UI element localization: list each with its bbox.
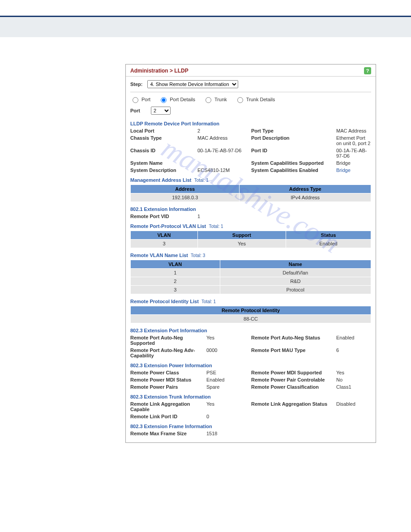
mgmt-addr-table: AddressAddress Type192.168.0.3IPv4 Addre… bbox=[130, 184, 371, 202]
kv-label: Remote Port Auto-Neg Supported bbox=[130, 335, 206, 346]
section-8023-power: 802.3 Extension Power Information bbox=[126, 360, 376, 370]
radio-port[interactable]: Port bbox=[130, 96, 150, 103]
kv-value: No bbox=[336, 377, 371, 382]
kv-label bbox=[251, 414, 336, 419]
kv-label: Remote Link Port ID bbox=[130, 414, 206, 419]
table-row: 1DefaultVlan bbox=[131, 269, 371, 277]
kv-label: Local Port bbox=[130, 128, 197, 133]
kv-value: Yes bbox=[336, 370, 371, 375]
lldp-panel: Administration > LLDP ? Step: 4. Show Re… bbox=[125, 64, 376, 443]
kv-value: 00-1A-7E-AB-97-D6 bbox=[197, 148, 251, 159]
kv-value: 1518 bbox=[206, 431, 251, 436]
table-cell: 3 bbox=[131, 240, 198, 248]
kv-value: Spare bbox=[206, 384, 251, 390]
kv-label: Remote Power Class bbox=[130, 370, 206, 375]
protocol-identity-title: Remote Protocol Identity List Total: 1 bbox=[126, 296, 376, 305]
kv-value: Disabled bbox=[336, 401, 371, 412]
ext8023-frame-grid: Remote Max Frame Size1518 bbox=[126, 431, 376, 441]
kv-value: Enabled bbox=[206, 377, 251, 382]
ext8023-port-grid: Remote Port Auto-Neg SupportedYesRemote … bbox=[126, 335, 376, 358]
kv-label: Port Type bbox=[251, 128, 336, 133]
section-8021-ext: 802.1 Extension Information bbox=[126, 204, 376, 214]
kv-label: Remote Power MDI Supported bbox=[251, 370, 336, 375]
vlan-name-title: Remote VLAN Name List Total: 3 bbox=[126, 250, 376, 259]
table-cell: 3 bbox=[131, 286, 220, 294]
kv-label: Chassis ID bbox=[130, 148, 197, 159]
table-row: 88-CC bbox=[131, 315, 371, 323]
table-header: VLAN bbox=[131, 260, 220, 269]
table-header: Remote Protocol Identity bbox=[131, 306, 371, 315]
kv-label: Remote Port Auto-Neg Adv-Capability bbox=[130, 348, 206, 358]
step-select[interactable]: 4. Show Remote Device Information bbox=[147, 80, 238, 88]
kv-label: Remote Max Frame Size bbox=[130, 431, 206, 436]
remote-port-vid-value: 1 bbox=[197, 214, 251, 219]
radio-trunk-details[interactable]: Trunk Details bbox=[235, 96, 275, 103]
port-label: Port bbox=[130, 108, 140, 113]
kv-value: Class1 bbox=[336, 384, 371, 390]
section-8023-port: 802.3 Extension Port Information bbox=[126, 325, 376, 335]
table-row: 3YesEnabled bbox=[131, 240, 371, 248]
kv-value: 00-1A-7E-AB-97-D6 bbox=[336, 148, 371, 159]
table-row: 3Protocol bbox=[131, 286, 371, 294]
ext8023-power-grid: Remote Power ClassPSERemote Power MDI Su… bbox=[126, 370, 376, 390]
kv-value: 6 bbox=[336, 348, 371, 358]
kv-label: Remote Port MAU Type bbox=[251, 348, 336, 358]
kv-value: 0 bbox=[206, 414, 251, 419]
kv-label bbox=[251, 431, 336, 436]
table-cell: 192.168.0.3 bbox=[131, 193, 240, 202]
kv-value: Yes bbox=[206, 335, 251, 346]
help-icon[interactable]: ? bbox=[364, 67, 371, 74]
table-cell: Yes bbox=[197, 240, 286, 248]
kv-value bbox=[336, 414, 371, 419]
table-header: Name bbox=[220, 260, 371, 269]
kv-label: Remote Link Aggregation Capable bbox=[130, 401, 206, 412]
remote-port-vid-label: Remote Port VID bbox=[130, 214, 197, 219]
table-cell: IPv4 Address bbox=[240, 193, 371, 202]
kv-value[interactable]: Bridge bbox=[336, 167, 371, 173]
kv-label: Remote Power Pair Controlable bbox=[251, 377, 336, 382]
remote-port-info-grid: Local Port2Port TypeMAC AddressChassis T… bbox=[126, 128, 376, 173]
protocol-identity-table: Remote Protocol Identity88-CC bbox=[130, 306, 371, 323]
kv-label: System Name bbox=[130, 160, 197, 166]
kv-value: 2 bbox=[197, 128, 251, 133]
kv-label: System Capabilities Enabled bbox=[251, 167, 336, 173]
kv-value: Yes bbox=[206, 401, 251, 412]
table-cell: Enabled bbox=[286, 240, 371, 248]
gray-band bbox=[0, 17, 411, 37]
kv-label: System Capabilities Supported bbox=[251, 160, 336, 166]
kv-value: MAC Address bbox=[336, 128, 371, 133]
table-cell: DefaultVlan bbox=[220, 269, 371, 277]
table-cell: 1 bbox=[131, 269, 220, 277]
kv-label: Remote Link Aggregation Status bbox=[251, 401, 336, 412]
table-header: Address Type bbox=[240, 185, 371, 193]
kv-label: Remote Port Auto-Neg Status bbox=[251, 335, 336, 346]
table-row: 192.168.0.3IPv4 Address bbox=[131, 193, 371, 202]
kv-label: Chassis Type bbox=[130, 135, 197, 146]
kv-value bbox=[197, 160, 251, 166]
port-protocol-vlan-title: Remote Port-Protocol VLAN List Total: 1 bbox=[126, 221, 376, 230]
kv-value: 0000 bbox=[206, 348, 251, 358]
kv-label: Port ID bbox=[251, 148, 336, 159]
table-header: Address bbox=[131, 185, 240, 193]
step-row: Step: 4. Show Remote Device Information bbox=[126, 77, 376, 92]
radio-trunk[interactable]: Trunk bbox=[203, 96, 227, 103]
remote-port-vid-row: Remote Port VID 1 bbox=[126, 214, 376, 219]
kv-value: Bridge bbox=[336, 160, 371, 166]
table-header: VLAN bbox=[131, 231, 198, 240]
ext8023-trunk-grid: Remote Link Aggregation CapableYesRemote… bbox=[126, 401, 376, 419]
kv-value bbox=[336, 431, 371, 436]
table-cell: Protocol bbox=[220, 286, 371, 294]
port-row: Port 2 bbox=[126, 105, 376, 118]
table-cell: 2 bbox=[131, 277, 220, 286]
kv-value: PSE bbox=[206, 370, 251, 375]
kv-value: Enabled bbox=[336, 335, 371, 346]
breadcrumb: Administration > LLDP bbox=[130, 68, 188, 74]
radio-port-details[interactable]: Port Details bbox=[158, 96, 195, 103]
section-remote-port-info: LLDP Remote Device Port Information bbox=[126, 118, 376, 128]
kv-label: Remote Power MDI Status bbox=[130, 377, 206, 382]
kv-label: Port Description bbox=[251, 135, 336, 146]
mgmt-addr-title: Management Address List Total: 1 bbox=[126, 175, 376, 184]
port-select[interactable]: 2 bbox=[151, 107, 171, 115]
kv-value: ECS4810-12M bbox=[197, 167, 251, 173]
table-cell: 88-CC bbox=[131, 315, 371, 323]
